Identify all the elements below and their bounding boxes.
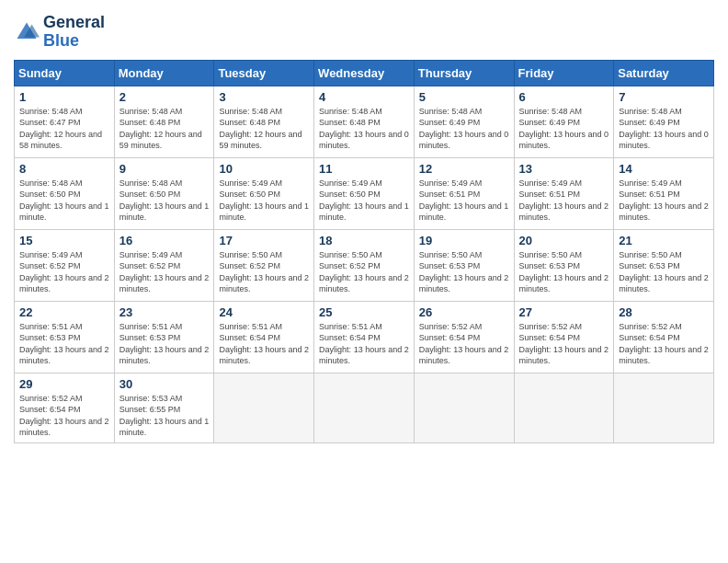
day-number: 30	[119, 377, 210, 391]
day-info: Sunrise: 5:52 AM Sunset: 6:54 PM Dayligh…	[19, 393, 109, 439]
calendar-cell	[214, 373, 314, 442]
day-info: Sunrise: 5:52 AM Sunset: 6:54 PM Dayligh…	[619, 321, 709, 367]
calendar-cell: 27 Sunrise: 5:52 AM Sunset: 6:54 PM Dayl…	[514, 301, 614, 373]
day-info: Sunrise: 5:48 AM Sunset: 6:50 PM Dayligh…	[19, 178, 109, 224]
calendar-cell: 21 Sunrise: 5:50 AM Sunset: 6:53 PM Dayl…	[614, 229, 714, 301]
day-number: 10	[219, 162, 309, 176]
day-number: 14	[619, 162, 709, 176]
calendar-cell: 4 Sunrise: 5:48 AM Sunset: 6:48 PM Dayli…	[314, 86, 415, 157]
day-info: Sunrise: 5:49 AM Sunset: 6:50 PM Dayligh…	[319, 178, 409, 224]
calendar-cell: 16 Sunrise: 5:49 AM Sunset: 6:52 PM Dayl…	[114, 229, 214, 301]
day-info: Sunrise: 5:48 AM Sunset: 6:48 PM Dayligh…	[219, 106, 309, 152]
day-number: 22	[19, 305, 109, 319]
day-info: Sunrise: 5:49 AM Sunset: 6:52 PM Dayligh…	[19, 249, 109, 295]
day-number: 25	[319, 305, 409, 319]
calendar-cell: 30 Sunrise: 5:53 AM Sunset: 6:55 PM Dayl…	[114, 373, 214, 442]
calendar-cell: 19 Sunrise: 5:50 AM Sunset: 6:53 PM Dayl…	[414, 229, 514, 301]
day-info: Sunrise: 5:51 AM Sunset: 6:53 PM Dayligh…	[119, 321, 210, 367]
calendar-cell: 1 Sunrise: 5:48 AM Sunset: 6:47 PM Dayli…	[15, 86, 115, 157]
calendar-cell: 22 Sunrise: 5:51 AM Sunset: 6:53 PM Dayl…	[15, 301, 115, 373]
day-info: Sunrise: 5:51 AM Sunset: 6:54 PM Dayligh…	[319, 321, 409, 367]
day-info: Sunrise: 5:48 AM Sunset: 6:49 PM Dayligh…	[419, 106, 509, 152]
day-number: 1	[19, 90, 109, 104]
day-number: 3	[219, 90, 309, 104]
day-info: Sunrise: 5:51 AM Sunset: 6:54 PM Dayligh…	[219, 321, 309, 367]
day-info: Sunrise: 5:50 AM Sunset: 6:53 PM Dayligh…	[419, 249, 509, 295]
day-info: Sunrise: 5:50 AM Sunset: 6:52 PM Dayligh…	[219, 249, 309, 295]
day-info: Sunrise: 5:53 AM Sunset: 6:55 PM Dayligh…	[119, 393, 210, 439]
day-number: 6	[519, 90, 609, 104]
day-info: Sunrise: 5:48 AM Sunset: 6:50 PM Dayligh…	[119, 178, 210, 224]
day-info: Sunrise: 5:52 AM Sunset: 6:54 PM Dayligh…	[519, 321, 609, 367]
day-info: Sunrise: 5:48 AM Sunset: 6:49 PM Dayligh…	[519, 106, 609, 152]
day-number: 7	[619, 90, 709, 104]
weekday-header-sunday: Sunday	[15, 60, 115, 86]
calendar-cell: 20 Sunrise: 5:50 AM Sunset: 6:53 PM Dayl…	[514, 229, 614, 301]
day-number: 13	[519, 162, 609, 176]
calendar-cell: 6 Sunrise: 5:48 AM Sunset: 6:49 PM Dayli…	[514, 86, 614, 157]
calendar-cell	[514, 373, 614, 442]
day-number: 21	[619, 234, 709, 247]
calendar-cell: 9 Sunrise: 5:48 AM Sunset: 6:50 PM Dayli…	[114, 157, 214, 229]
day-number: 29	[19, 377, 109, 391]
day-number: 8	[19, 162, 109, 176]
calendar-cell: 8 Sunrise: 5:48 AM Sunset: 6:50 PM Dayli…	[15, 157, 115, 229]
calendar-cell: 17 Sunrise: 5:50 AM Sunset: 6:52 PM Dayl…	[214, 229, 314, 301]
logo: GeneralBlue	[14, 14, 105, 51]
day-info: Sunrise: 5:52 AM Sunset: 6:54 PM Dayligh…	[419, 321, 509, 367]
day-number: 16	[119, 234, 210, 247]
calendar-cell: 7 Sunrise: 5:48 AM Sunset: 6:49 PM Dayli…	[614, 86, 714, 157]
calendar-cell: 3 Sunrise: 5:48 AM Sunset: 6:48 PM Dayli…	[214, 86, 314, 157]
calendar-cell: 5 Sunrise: 5:48 AM Sunset: 6:49 PM Dayli…	[414, 86, 514, 157]
day-info: Sunrise: 5:51 AM Sunset: 6:53 PM Dayligh…	[19, 321, 109, 367]
calendar-cell	[614, 373, 714, 442]
calendar-cell: 14 Sunrise: 5:49 AM Sunset: 6:51 PM Dayl…	[614, 157, 714, 229]
calendar-cell: 23 Sunrise: 5:51 AM Sunset: 6:53 PM Dayl…	[114, 301, 214, 373]
logo-text: GeneralBlue	[43, 14, 105, 51]
day-info: Sunrise: 5:49 AM Sunset: 6:50 PM Dayligh…	[219, 178, 309, 224]
weekday-header-wednesday: Wednesday	[314, 60, 415, 86]
calendar-cell	[414, 373, 514, 442]
day-number: 11	[319, 162, 409, 176]
weekday-header-monday: Monday	[114, 60, 214, 86]
weekday-header-tuesday: Tuesday	[214, 60, 314, 86]
header: GeneralBlue	[14, 14, 714, 51]
logo-icon	[14, 19, 40, 45]
day-info: Sunrise: 5:49 AM Sunset: 6:51 PM Dayligh…	[619, 178, 709, 224]
day-number: 9	[119, 162, 210, 176]
calendar-cell: 18 Sunrise: 5:50 AM Sunset: 6:52 PM Dayl…	[314, 229, 415, 301]
day-number: 5	[419, 90, 509, 104]
calendar-cell	[314, 373, 415, 442]
calendar-cell: 28 Sunrise: 5:52 AM Sunset: 6:54 PM Dayl…	[614, 301, 714, 373]
weekday-header-friday: Friday	[514, 60, 614, 86]
calendar-cell: 29 Sunrise: 5:52 AM Sunset: 6:54 PM Dayl…	[15, 373, 115, 442]
day-number: 12	[419, 162, 509, 176]
day-number: 27	[519, 305, 609, 319]
day-number: 17	[219, 234, 309, 247]
calendar-cell: 15 Sunrise: 5:49 AM Sunset: 6:52 PM Dayl…	[15, 229, 115, 301]
day-info: Sunrise: 5:50 AM Sunset: 6:53 PM Dayligh…	[519, 249, 609, 295]
day-info: Sunrise: 5:49 AM Sunset: 6:51 PM Dayligh…	[419, 178, 509, 224]
day-info: Sunrise: 5:50 AM Sunset: 6:53 PM Dayligh…	[619, 249, 709, 295]
day-info: Sunrise: 5:48 AM Sunset: 6:49 PM Dayligh…	[619, 106, 709, 152]
day-number: 28	[619, 305, 709, 319]
day-number: 15	[19, 234, 109, 247]
calendar-cell: 12 Sunrise: 5:49 AM Sunset: 6:51 PM Dayl…	[414, 157, 514, 229]
calendar-cell: 13 Sunrise: 5:49 AM Sunset: 6:51 PM Dayl…	[514, 157, 614, 229]
day-info: Sunrise: 5:48 AM Sunset: 6:47 PM Dayligh…	[19, 106, 109, 152]
day-info: Sunrise: 5:48 AM Sunset: 6:48 PM Dayligh…	[119, 106, 210, 152]
day-number: 18	[319, 234, 409, 247]
calendar-cell: 25 Sunrise: 5:51 AM Sunset: 6:54 PM Dayl…	[314, 301, 415, 373]
day-number: 24	[219, 305, 309, 319]
calendar-cell: 11 Sunrise: 5:49 AM Sunset: 6:50 PM Dayl…	[314, 157, 415, 229]
day-number: 23	[119, 305, 210, 319]
calendar-cell: 26 Sunrise: 5:52 AM Sunset: 6:54 PM Dayl…	[414, 301, 514, 373]
calendar: SundayMondayTuesdayWednesdayThursdayFrid…	[14, 60, 714, 443]
weekday-header-saturday: Saturday	[614, 60, 714, 86]
day-number: 20	[519, 234, 609, 247]
day-number: 19	[419, 234, 509, 247]
calendar-cell: 10 Sunrise: 5:49 AM Sunset: 6:50 PM Dayl…	[214, 157, 314, 229]
day-info: Sunrise: 5:49 AM Sunset: 6:52 PM Dayligh…	[119, 249, 210, 295]
calendar-cell: 24 Sunrise: 5:51 AM Sunset: 6:54 PM Dayl…	[214, 301, 314, 373]
day-info: Sunrise: 5:50 AM Sunset: 6:52 PM Dayligh…	[319, 249, 409, 295]
